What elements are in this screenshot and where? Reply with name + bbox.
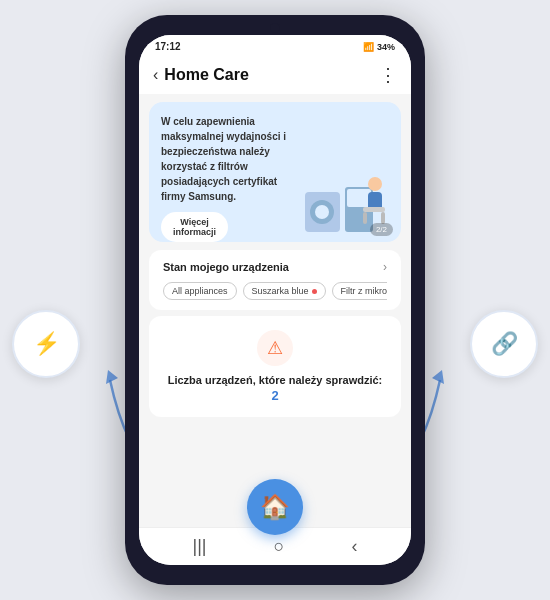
header-left: ‹ Home Care xyxy=(153,66,249,84)
tag-suszarka[interactable]: Suszarka blue xyxy=(243,282,326,300)
main-content: W celu zapewnienia maksymalnej wydajnośc… xyxy=(139,94,411,527)
link-icon: 🔗 xyxy=(491,331,518,357)
banner-card: W celu zapewnienia maksymalnej wydajnośc… xyxy=(149,102,401,242)
svg-point-7 xyxy=(368,177,382,191)
nav-back-button[interactable]: ‹ xyxy=(351,536,357,557)
warning-icon: ⚠ xyxy=(267,337,283,359)
page-title: Home Care xyxy=(164,66,248,84)
home-fab-button[interactable]: 🏠 xyxy=(247,479,303,535)
banner-text: W celu zapewnienia maksymalnej wydajnośc… xyxy=(161,114,301,204)
phone-screen: 17:12 📶 34% ‹ Home Care ⋮ W celu zapewni… xyxy=(139,35,411,565)
tag-filtr[interactable]: Filtr z mikrofib xyxy=(332,282,387,300)
tag-all[interactable]: All appliances xyxy=(163,282,237,300)
device-status-section: Stan mojego urządzenia › All appliances … xyxy=(149,250,401,310)
side-circle-right[interactable]: 🔗 xyxy=(470,310,538,378)
phone-frame: 17:12 📶 34% ‹ Home Care ⋮ W celu zapewni… xyxy=(125,15,425,585)
status-bar: 17:12 📶 34% xyxy=(139,35,411,56)
back-button[interactable]: ‹ xyxy=(153,66,158,84)
tags-row: All appliances Suszarka blue Filtr z mik… xyxy=(163,282,387,300)
header: ‹ Home Care ⋮ xyxy=(139,56,411,94)
svg-rect-10 xyxy=(363,212,367,224)
svg-marker-0 xyxy=(106,370,118,384)
nav-home-button[interactable]: ○ xyxy=(274,536,285,557)
svg-rect-9 xyxy=(363,207,385,212)
tag-dot-icon xyxy=(312,289,317,294)
svg-rect-6 xyxy=(347,189,371,207)
tag-label: All appliances xyxy=(172,286,228,296)
section-title: Stan mojego urządzenia xyxy=(163,261,289,273)
status-icons: 📶 34% xyxy=(363,42,395,52)
section-title-row: Stan mojego urządzenia › xyxy=(163,260,387,274)
more-button[interactable]: ⋮ xyxy=(379,64,397,86)
more-info-button[interactable]: Więcejinformacji xyxy=(161,212,228,242)
tag-label: Filtr z mikrofib xyxy=(341,286,387,296)
tag-label: Suszarka blue xyxy=(252,286,309,296)
camera-notch xyxy=(270,23,280,33)
side-circle-left[interactable]: ⚡ xyxy=(12,310,80,378)
banner-indicator: 2/2 xyxy=(370,223,393,236)
alert-title: Liczba urządzeń, które należy sprawdzić: xyxy=(168,374,383,386)
alert-icon-wrap: ⚠ xyxy=(257,330,293,366)
alert-number: 2 xyxy=(271,388,278,403)
svg-marker-1 xyxy=(432,370,444,384)
svg-point-4 xyxy=(315,205,329,219)
power-icon: ⚡ xyxy=(33,331,60,357)
spacer xyxy=(139,423,411,483)
status-time: 17:12 xyxy=(155,41,181,52)
fab-wrap: 🏠 xyxy=(247,479,303,535)
alert-section: ⚠ Liczba urządzeń, które należy sprawdzi… xyxy=(149,316,401,417)
nav-recents-button[interactable]: ||| xyxy=(193,536,207,557)
chevron-right-icon[interactable]: › xyxy=(383,260,387,274)
home-icon: 🏠 xyxy=(260,493,290,521)
